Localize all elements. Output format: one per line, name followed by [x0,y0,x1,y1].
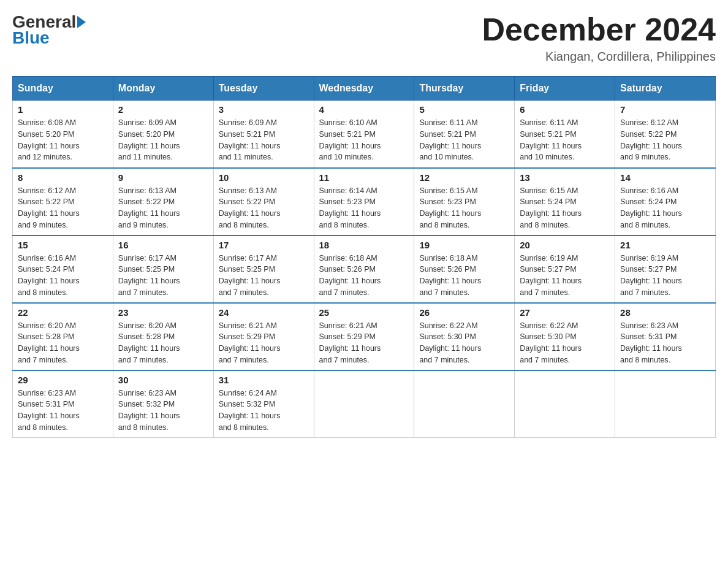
day-number: 4 [319,104,409,115]
calendar-day-cell: 20 Sunrise: 6:19 AM Sunset: 5:27 PM Dayl… [515,236,615,303]
calendar-day-cell: 22 Sunrise: 6:20 AM Sunset: 5:28 PM Dayl… [13,303,113,370]
calendar-week-row: 1 Sunrise: 6:08 AM Sunset: 5:20 PM Dayli… [13,101,716,168]
day-info: Sunrise: 6:23 AM Sunset: 5:31 PM Dayligh… [620,320,710,366]
calendar-day-cell: 18 Sunrise: 6:18 AM Sunset: 5:26 PM Dayl… [314,236,414,303]
day-info: Sunrise: 6:22 AM Sunset: 5:30 PM Dayligh… [419,320,509,366]
day-info: Sunrise: 6:09 AM Sunset: 5:20 PM Dayligh… [118,117,208,163]
calendar-week-row: 8 Sunrise: 6:12 AM Sunset: 5:22 PM Dayli… [13,168,716,236]
day-number: 15 [18,240,108,250]
calendar-empty-cell [515,370,615,438]
calendar-day-cell: 27 Sunrise: 6:22 AM Sunset: 5:30 PM Dayl… [515,303,615,370]
day-number: 9 [118,172,208,183]
day-number: 7 [620,104,710,115]
day-info: Sunrise: 6:14 AM Sunset: 5:23 PM Dayligh… [319,185,409,231]
title-section: December 2024 Kiangan, Cordillera, Phili… [482,12,716,64]
day-number: 6 [520,104,610,115]
logo-blue-text: Blue [12,28,50,48]
calendar-day-cell: 10 Sunrise: 6:13 AM Sunset: 5:22 PM Dayl… [213,168,314,236]
calendar-day-cell: 6 Sunrise: 6:11 AM Sunset: 5:21 PM Dayli… [515,101,615,168]
day-number: 26 [419,307,509,318]
calendar-day-cell: 11 Sunrise: 6:14 AM Sunset: 5:23 PM Dayl… [314,168,414,236]
calendar-week-row: 15 Sunrise: 6:16 AM Sunset: 5:24 PM Dayl… [13,236,716,303]
day-number: 10 [219,172,309,183]
day-number: 21 [620,240,710,250]
day-number: 3 [219,104,309,115]
day-info: Sunrise: 6:19 AM Sunset: 5:27 PM Dayligh… [520,253,610,299]
day-info: Sunrise: 6:17 AM Sunset: 5:25 PM Dayligh… [219,253,309,299]
day-number: 14 [620,172,710,183]
day-info: Sunrise: 6:23 AM Sunset: 5:31 PM Dayligh… [18,388,108,434]
day-info: Sunrise: 6:20 AM Sunset: 5:28 PM Dayligh… [18,320,108,366]
calendar-day-cell: 25 Sunrise: 6:21 AM Sunset: 5:29 PM Dayl… [314,303,414,370]
logo: General Blue [12,12,87,48]
calendar-day-cell: 19 Sunrise: 6:18 AM Sunset: 5:26 PM Dayl… [414,236,515,303]
day-number: 27 [520,307,610,318]
day-number: 13 [520,172,610,183]
day-info: Sunrise: 6:22 AM Sunset: 5:30 PM Dayligh… [520,320,610,366]
logo-arrow-icon [77,16,86,28]
location-subtitle: Kiangan, Cordillera, Philippines [482,50,716,64]
calendar-empty-cell [615,370,716,438]
day-info: Sunrise: 6:13 AM Sunset: 5:22 PM Dayligh… [118,185,208,231]
day-number: 28 [620,307,710,318]
calendar-day-cell: 30 Sunrise: 6:23 AM Sunset: 5:32 PM Dayl… [113,370,213,438]
calendar-day-cell: 7 Sunrise: 6:12 AM Sunset: 5:22 PM Dayli… [615,101,716,168]
day-number: 24 [219,307,309,318]
calendar-day-cell: 16 Sunrise: 6:17 AM Sunset: 5:25 PM Dayl… [113,236,213,303]
calendar-day-cell: 26 Sunrise: 6:22 AM Sunset: 5:30 PM Dayl… [414,303,515,370]
calendar-day-cell: 31 Sunrise: 6:24 AM Sunset: 5:32 PM Dayl… [213,370,314,438]
day-number: 19 [419,240,509,250]
calendar-day-cell: 4 Sunrise: 6:10 AM Sunset: 5:21 PM Dayli… [314,101,414,168]
calendar-day-cell: 17 Sunrise: 6:17 AM Sunset: 5:25 PM Dayl… [213,236,314,303]
weekday-header-saturday: Saturday [615,77,716,101]
day-number: 8 [18,172,108,183]
calendar-week-row: 29 Sunrise: 6:23 AM Sunset: 5:31 PM Dayl… [13,370,716,438]
calendar-day-cell: 12 Sunrise: 6:15 AM Sunset: 5:23 PM Dayl… [414,168,515,236]
calendar-day-cell: 24 Sunrise: 6:21 AM Sunset: 5:29 PM Dayl… [213,303,314,370]
day-info: Sunrise: 6:12 AM Sunset: 5:22 PM Dayligh… [620,117,710,163]
day-number: 31 [219,375,309,385]
day-number: 23 [118,307,208,318]
day-number: 29 [18,375,108,385]
day-info: Sunrise: 6:20 AM Sunset: 5:28 PM Dayligh… [118,320,208,366]
weekday-header-sunday: Sunday [13,77,113,101]
day-info: Sunrise: 6:09 AM Sunset: 5:21 PM Dayligh… [219,117,309,163]
calendar-empty-cell [414,370,515,438]
day-info: Sunrise: 6:10 AM Sunset: 5:21 PM Dayligh… [319,117,409,163]
day-info: Sunrise: 6:11 AM Sunset: 5:21 PM Dayligh… [419,117,509,163]
day-info: Sunrise: 6:23 AM Sunset: 5:32 PM Dayligh… [118,388,208,434]
day-info: Sunrise: 6:18 AM Sunset: 5:26 PM Dayligh… [319,253,409,299]
day-info: Sunrise: 6:21 AM Sunset: 5:29 PM Dayligh… [219,320,309,366]
weekday-header-wednesday: Wednesday [314,77,414,101]
day-info: Sunrise: 6:16 AM Sunset: 5:24 PM Dayligh… [18,253,108,299]
weekday-header-friday: Friday [515,77,615,101]
calendar-day-cell: 2 Sunrise: 6:09 AM Sunset: 5:20 PM Dayli… [113,101,213,168]
day-number: 20 [520,240,610,250]
day-info: Sunrise: 6:15 AM Sunset: 5:24 PM Dayligh… [520,185,610,231]
day-info: Sunrise: 6:08 AM Sunset: 5:20 PM Dayligh… [18,117,108,163]
day-number: 1 [18,104,108,115]
calendar-day-cell: 8 Sunrise: 6:12 AM Sunset: 5:22 PM Dayli… [13,168,113,236]
day-info: Sunrise: 6:18 AM Sunset: 5:26 PM Dayligh… [419,253,509,299]
day-info: Sunrise: 6:16 AM Sunset: 5:24 PM Dayligh… [620,185,710,231]
month-title: December 2024 [482,12,716,47]
day-info: Sunrise: 6:21 AM Sunset: 5:29 PM Dayligh… [319,320,409,366]
calendar-day-cell: 5 Sunrise: 6:11 AM Sunset: 5:21 PM Dayli… [414,101,515,168]
day-info: Sunrise: 6:17 AM Sunset: 5:25 PM Dayligh… [118,253,208,299]
day-info: Sunrise: 6:19 AM Sunset: 5:27 PM Dayligh… [620,253,710,299]
day-number: 22 [18,307,108,318]
day-number: 5 [419,104,509,115]
day-number: 16 [118,240,208,250]
calendar-table: SundayMondayTuesdayWednesdayThursdayFrid… [12,76,716,438]
day-number: 11 [319,172,409,183]
calendar-day-cell: 23 Sunrise: 6:20 AM Sunset: 5:28 PM Dayl… [113,303,213,370]
day-info: Sunrise: 6:15 AM Sunset: 5:23 PM Dayligh… [419,185,509,231]
day-number: 18 [319,240,409,250]
day-info: Sunrise: 6:24 AM Sunset: 5:32 PM Dayligh… [219,388,309,434]
calendar-empty-cell [314,370,414,438]
day-number: 12 [419,172,509,183]
weekday-header-tuesday: Tuesday [213,77,314,101]
calendar-day-cell: 3 Sunrise: 6:09 AM Sunset: 5:21 PM Dayli… [213,101,314,168]
weekday-header-thursday: Thursday [414,77,515,101]
day-number: 25 [319,307,409,318]
